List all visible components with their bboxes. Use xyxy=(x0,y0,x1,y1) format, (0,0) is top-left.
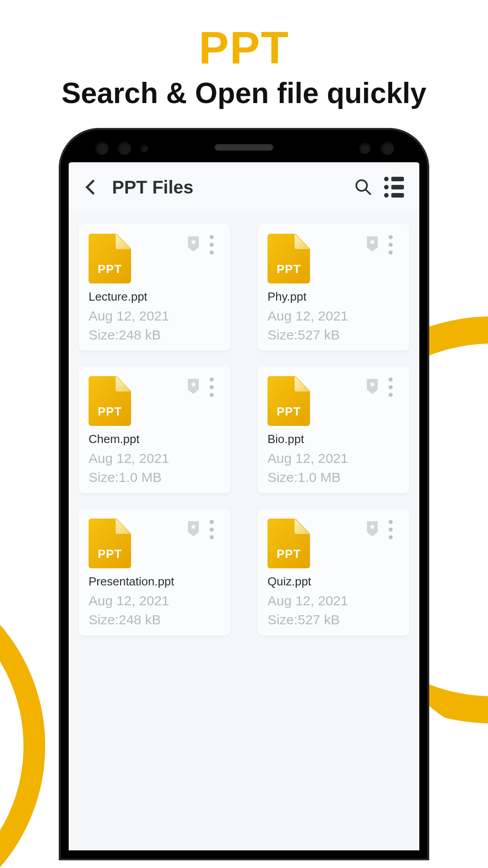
file-date: Aug 12, 2021 xyxy=(89,451,221,466)
file-name: Bio.ppt xyxy=(267,432,399,446)
ppt-file-icon: PPT xyxy=(267,519,310,568)
file-size: Size:1.0 MB xyxy=(267,470,399,485)
file-name: Quiz.ppt xyxy=(267,575,399,589)
phone-sensor xyxy=(117,142,131,155)
svg-line-1 xyxy=(366,189,371,194)
more-options-button[interactable] xyxy=(202,376,221,398)
file-icon-label: PPT xyxy=(267,262,310,276)
more-options-button[interactable] xyxy=(202,234,221,255)
file-icon-label: PPT xyxy=(89,547,131,561)
file-card[interactable]: PPT Bio.ppt Aug 12, 2021 Size:1.0 MB xyxy=(258,366,409,493)
chevron-left-icon xyxy=(83,179,100,196)
more-vertical-icon xyxy=(210,535,214,539)
file-card[interactable]: PPT Chem.ppt Aug 12, 2021 Size:1.0 MB xyxy=(79,366,230,493)
ppt-file-icon: PPT xyxy=(267,234,310,283)
promo-heading: PPT Search & Open file quickly xyxy=(0,0,488,110)
more-options-button[interactable] xyxy=(381,519,399,540)
more-vertical-icon xyxy=(210,250,214,255)
more-vertical-icon xyxy=(210,385,214,389)
file-grid: PPT Lecture.ppt Aug 12, 2021 Size:248 kB… xyxy=(69,212,419,647)
promo-subtitle: Search & Open file quickly xyxy=(0,76,488,110)
more-vertical-icon xyxy=(210,393,214,397)
file-card[interactable]: PPT Phy.ppt Aug 12, 2021 Size:527 kB xyxy=(258,224,409,351)
page-title: PPT Files xyxy=(112,177,193,198)
phone-sensor xyxy=(95,142,108,155)
phone-frame: PPT Files PPT xyxy=(59,128,429,860)
search-button[interactable] xyxy=(351,175,376,200)
shield-star-icon xyxy=(366,236,379,253)
phone-speaker xyxy=(215,144,273,151)
file-size: Size:1.0 MB xyxy=(89,470,221,485)
file-size: Size:527 kB xyxy=(267,327,399,343)
list-icon xyxy=(384,177,404,181)
file-name: Lecture.ppt xyxy=(89,290,221,304)
search-icon xyxy=(354,178,372,196)
ppt-file-icon: PPT xyxy=(267,376,310,426)
more-vertical-icon xyxy=(389,385,393,389)
more-vertical-icon xyxy=(389,243,393,247)
favorite-badge-button[interactable] xyxy=(184,376,202,398)
back-button[interactable] xyxy=(79,175,104,200)
file-size: Size:527 kB xyxy=(267,612,399,627)
file-card[interactable]: PPT Lecture.ppt Aug 12, 2021 Size:248 kB xyxy=(79,224,230,351)
list-view-toggle-button[interactable] xyxy=(384,175,409,200)
favorite-badge-button[interactable] xyxy=(363,519,381,540)
file-icon-label: PPT xyxy=(89,262,131,276)
more-vertical-icon xyxy=(210,520,214,524)
shield-star-icon xyxy=(187,379,200,395)
more-vertical-icon xyxy=(389,528,393,532)
more-vertical-icon xyxy=(210,235,214,239)
app-screen: PPT Files PPT xyxy=(69,162,419,850)
file-name: Phy.ppt xyxy=(267,290,399,304)
phone-sensor xyxy=(380,142,394,155)
favorite-badge-button[interactable] xyxy=(363,234,381,255)
more-options-button[interactable] xyxy=(381,234,399,255)
file-date: Aug 12, 2021 xyxy=(267,308,399,324)
file-icon-label: PPT xyxy=(267,547,310,561)
file-card[interactable]: PPT Presentation.ppt Aug 12, 2021 Size:2… xyxy=(79,509,230,636)
phone-sensor xyxy=(359,142,371,154)
file-date: Aug 12, 2021 xyxy=(89,308,221,324)
file-card[interactable]: PPT Quiz.ppt Aug 12, 2021 Size:527 kB xyxy=(258,509,409,636)
app-header: PPT Files xyxy=(69,162,419,212)
more-vertical-icon xyxy=(389,250,393,255)
phone-top-bezel xyxy=(69,138,419,162)
list-icon xyxy=(384,185,404,189)
ppt-file-icon: PPT xyxy=(89,376,131,426)
file-date: Aug 12, 2021 xyxy=(267,593,399,609)
decorative-arc xyxy=(0,561,45,868)
more-vertical-icon xyxy=(389,393,393,397)
more-vertical-icon xyxy=(389,377,393,382)
file-icon-label: PPT xyxy=(89,405,131,419)
shield-star-icon xyxy=(366,521,379,538)
more-options-button[interactable] xyxy=(202,519,221,540)
shield-star-icon xyxy=(187,521,200,538)
svg-point-0 xyxy=(357,180,367,191)
more-vertical-icon xyxy=(389,235,393,239)
shield-star-icon xyxy=(187,236,200,253)
file-date: Aug 12, 2021 xyxy=(89,593,221,609)
shield-star-icon xyxy=(366,379,379,395)
more-options-button[interactable] xyxy=(381,376,399,398)
more-vertical-icon xyxy=(210,243,214,247)
promo-title: PPT xyxy=(0,22,488,74)
file-size: Size:248 kB xyxy=(89,327,221,343)
more-vertical-icon xyxy=(210,377,214,382)
ppt-file-icon: PPT xyxy=(89,519,131,568)
file-icon-label: PPT xyxy=(267,405,310,419)
more-vertical-icon xyxy=(389,520,393,524)
file-size: Size:248 kB xyxy=(89,612,221,627)
phone-sensor xyxy=(140,144,148,152)
ppt-file-icon: PPT xyxy=(89,234,131,283)
more-vertical-icon xyxy=(210,528,214,532)
favorite-badge-button[interactable] xyxy=(184,519,202,540)
file-date: Aug 12, 2021 xyxy=(267,451,399,466)
file-name: Chem.ppt xyxy=(89,432,221,446)
file-name: Presentation.ppt xyxy=(89,575,221,589)
favorite-badge-button[interactable] xyxy=(184,234,202,255)
list-icon xyxy=(384,193,404,198)
more-vertical-icon xyxy=(389,535,393,539)
favorite-badge-button[interactable] xyxy=(363,376,381,398)
